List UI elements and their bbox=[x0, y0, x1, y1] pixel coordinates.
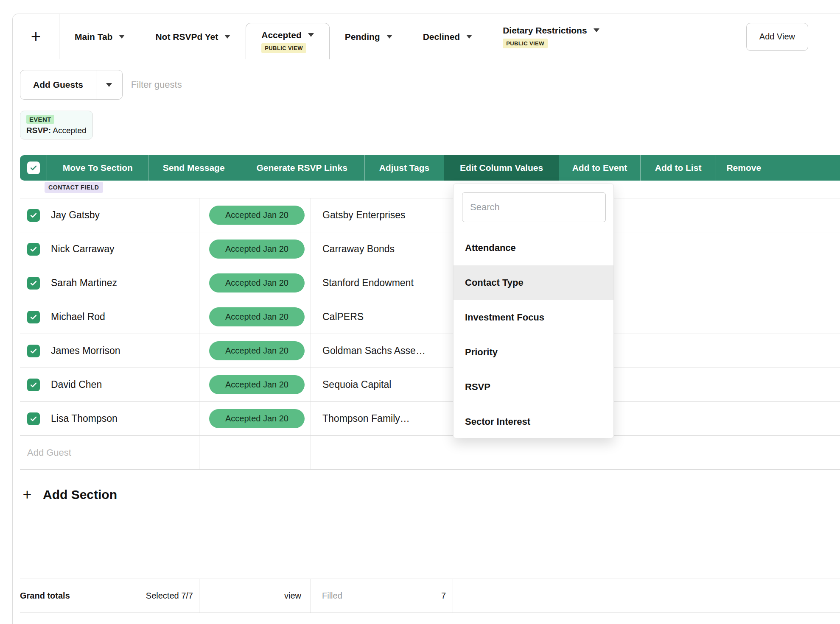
row-checkbox[interactable] bbox=[27, 379, 40, 391]
adjust-tags-button[interactable]: Adjust Tags bbox=[364, 155, 444, 181]
check-icon bbox=[29, 381, 38, 389]
guest-company[interactable]: CalPERS bbox=[311, 300, 453, 334]
guest-company[interactable]: Stanford Endowment bbox=[311, 266, 453, 300]
add-to-event-button[interactable]: Add to Event bbox=[559, 155, 640, 181]
tab-bar-divider bbox=[822, 14, 822, 59]
chevron-down-icon bbox=[119, 35, 125, 39]
check-icon bbox=[29, 164, 38, 172]
dropdown-search-input[interactable] bbox=[462, 192, 606, 222]
add-guests-button[interactable]: Add Guests bbox=[20, 70, 96, 99]
tab-label: Not RSVPd Yet bbox=[155, 32, 218, 42]
guest-list-app: + Main Tab Not RSVPd Yet Accepted PUBLIC… bbox=[12, 14, 840, 624]
add-section-button[interactable]: + Add Section bbox=[20, 470, 840, 504]
event-rsvp-filter-chip[interactable]: EVENT RSVP: Accepted bbox=[20, 111, 93, 139]
guest-name[interactable]: Jay Gatsby bbox=[51, 209, 100, 221]
chevron-down-icon bbox=[594, 28, 599, 32]
guest-row: Michael Rod Accepted Jan 20 CalPERS bbox=[20, 300, 840, 334]
rsvp-status-badge[interactable]: Accepted Jan 20 bbox=[209, 341, 305, 360]
remove-button[interactable]: Remove bbox=[716, 155, 840, 181]
move-to-section-button[interactable]: Move To Section bbox=[47, 155, 148, 181]
guest-row: Nick Carraway Accepted Jan 20 Carraway B… bbox=[20, 232, 840, 266]
check-icon bbox=[29, 415, 38, 423]
add-view-button[interactable]: Add View bbox=[746, 23, 808, 51]
guest-company[interactable]: Thompson Family… bbox=[311, 402, 453, 435]
add-tab-button[interactable]: + bbox=[13, 14, 59, 59]
guest-name[interactable]: David Chen bbox=[51, 379, 102, 390]
guest-table: Jay Gatsby Accepted Jan 20 Gatsby Enterp… bbox=[20, 198, 840, 470]
select-all-checkbox[interactable] bbox=[27, 162, 40, 174]
column-header-strip: CONTACT FIELD bbox=[13, 181, 840, 198]
select-all-cell bbox=[20, 155, 47, 181]
row-checkbox[interactable] bbox=[27, 345, 40, 357]
rsvp-status-badge[interactable]: Accepted Jan 20 bbox=[209, 375, 305, 394]
check-icon bbox=[29, 245, 38, 254]
guest-row: Jay Gatsby Accepted Jan 20 Gatsby Enterp… bbox=[20, 198, 840, 232]
add-guests-split-button: Add Guests bbox=[20, 70, 123, 100]
check-icon bbox=[29, 347, 38, 355]
edit-column-values-button[interactable]: Edit Column Values bbox=[444, 155, 559, 181]
tab-pending[interactable]: Pending bbox=[330, 14, 408, 59]
rsvp-status-badge[interactable]: Accepted Jan 20 bbox=[209, 240, 305, 259]
dropdown-item-list: Attendance Contact Type Investment Focus… bbox=[454, 231, 613, 439]
check-icon bbox=[29, 279, 38, 287]
guest-name[interactable]: Sarah Martinez bbox=[51, 277, 117, 289]
row-checkbox[interactable] bbox=[27, 412, 40, 425]
guest-row: David Chen Accepted Jan 20 Sequoia Capit… bbox=[20, 368, 840, 402]
guest-row: Sarah Martinez Accepted Jan 20 Stanford … bbox=[20, 266, 840, 300]
dropdown-item-priority[interactable]: Priority bbox=[454, 335, 613, 370]
check-icon bbox=[29, 211, 38, 220]
rsvp-status-badge[interactable]: Accepted Jan 20 bbox=[209, 307, 305, 326]
tab-dietary-restrictions[interactable]: Dietary Restrictions PUBLIC VIEW bbox=[487, 14, 614, 59]
tab-label: Pending bbox=[345, 32, 380, 42]
filter-chip-label: RSVP: Accepted bbox=[26, 126, 87, 135]
rsvp-status-badge[interactable]: Accepted Jan 20 bbox=[209, 409, 305, 428]
tab-main-tab[interactable]: Main Tab bbox=[59, 14, 140, 59]
dropdown-item-contact-type[interactable]: Contact Type bbox=[454, 265, 613, 300]
chevron-down-icon bbox=[224, 35, 230, 39]
event-badge: EVENT bbox=[26, 115, 54, 124]
guest-company[interactable]: Gatsby Enterprises bbox=[311, 198, 453, 232]
filter-guests-input[interactable] bbox=[131, 70, 840, 100]
guest-name[interactable]: Lisa Thompson bbox=[51, 413, 118, 424]
guest-company[interactable]: Goldman Sachs Asse… bbox=[311, 334, 453, 368]
row-checkbox[interactable] bbox=[27, 311, 40, 323]
contact-field-header: CONTACT FIELD bbox=[45, 182, 103, 193]
row-checkbox[interactable] bbox=[27, 243, 40, 256]
generate-rsvp-links-button[interactable]: Generate RSVP Links bbox=[239, 155, 364, 181]
dropdown-item-sector-interest[interactable]: Sector Interest bbox=[454, 404, 613, 439]
chevron-down-icon bbox=[106, 83, 112, 87]
tab-declined[interactable]: Declined bbox=[408, 14, 488, 59]
tab-not-rsvpd-yet[interactable]: Not RSVPd Yet bbox=[140, 14, 246, 59]
row-checkbox[interactable] bbox=[27, 277, 40, 290]
check-icon bbox=[29, 313, 38, 321]
rsvp-status-badge[interactable]: Accepted Jan 20 bbox=[209, 273, 305, 292]
column-values-dropdown: Attendance Contact Type Investment Focus… bbox=[453, 184, 614, 438]
add-guest-row[interactable]: Add Guest bbox=[20, 436, 840, 470]
tab-label: Declined bbox=[423, 32, 460, 42]
dropdown-item-attendance[interactable]: Attendance bbox=[454, 231, 613, 265]
dropdown-item-rsvp[interactable]: RSVP bbox=[454, 370, 613, 404]
dropdown-item-investment-focus[interactable]: Investment Focus bbox=[454, 300, 613, 335]
public-view-badge: PUBLIC VIEW bbox=[261, 43, 306, 53]
rsvp-status-badge[interactable]: Accepted Jan 20 bbox=[209, 206, 305, 225]
bulk-actions-toolbar: Move To Section Send Message Generate RS… bbox=[20, 155, 840, 181]
guest-name[interactable]: Nick Carraway bbox=[51, 243, 115, 255]
public-view-badge: PUBLIC VIEW bbox=[503, 39, 548, 48]
add-guests-dropdown-button[interactable] bbox=[96, 70, 122, 99]
send-message-button[interactable]: Send Message bbox=[148, 155, 239, 181]
row-checkbox[interactable] bbox=[27, 209, 40, 222]
add-to-list-button[interactable]: Add to List bbox=[640, 155, 716, 181]
plus-icon: + bbox=[20, 486, 34, 504]
totals-view-label[interactable]: view bbox=[284, 591, 301, 601]
tab-label: Main Tab bbox=[75, 32, 112, 42]
add-guest-placeholder: Add Guest bbox=[27, 447, 71, 458]
grand-totals-label: Grand totals bbox=[20, 591, 70, 601]
guest-company[interactable]: Carraway Bonds bbox=[311, 232, 453, 266]
guest-name[interactable]: Michael Rod bbox=[51, 311, 105, 323]
guest-company[interactable]: Sequoia Capital bbox=[311, 368, 453, 401]
guest-name[interactable]: James Morrison bbox=[51, 345, 120, 357]
add-section-label: Add Section bbox=[43, 488, 117, 502]
tab-accepted[interactable]: Accepted PUBLIC VIEW bbox=[246, 23, 330, 59]
guest-row: Lisa Thompson Accepted Jan 20 Thompson F… bbox=[20, 402, 840, 436]
filled-label[interactable]: Filled bbox=[322, 591, 342, 601]
